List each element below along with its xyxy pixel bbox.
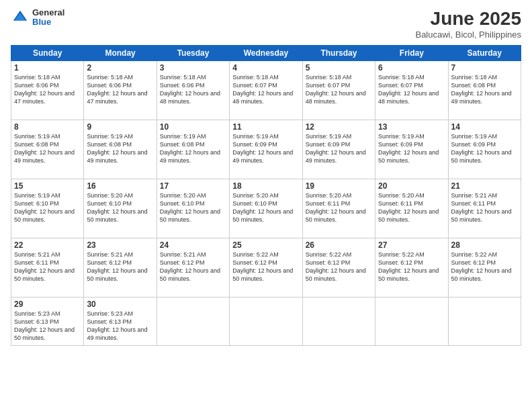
week-4: 22 Sunrise: 5:21 AMSunset: 6:11 PMDaylig… (11, 238, 521, 298)
calendar-title: June 2025 (415, 8, 521, 30)
day-17: 17 Sunrise: 5:20 AMSunset: 6:10 PMDaylig… (157, 179, 229, 238)
day-30: 30 Sunrise: 5:23 AMSunset: 6:13 PMDaylig… (84, 298, 157, 346)
day-11: 11 Sunrise: 5:19 AMSunset: 6:09 PMDaylig… (230, 120, 302, 179)
day-22: 22 Sunrise: 5:21 AMSunset: 6:11 PMDaylig… (11, 238, 84, 298)
logo-icon (11, 8, 30, 27)
calendar-subtitle: Balucawi, Bicol, Philippines (415, 30, 521, 40)
day-3: 3 Sunrise: 5:18 AMSunset: 6:06 PMDayligh… (157, 61, 229, 120)
header-tuesday: Tuesday (157, 46, 229, 61)
day-29: 29 Sunrise: 5:23 AMSunset: 6:13 PMDaylig… (11, 298, 84, 346)
day-18: 18 Sunrise: 5:20 AMSunset: 6:10 PMDaylig… (230, 179, 302, 238)
header-friday: Friday (375, 46, 448, 61)
day-4: 4 Sunrise: 5:18 AMSunset: 6:07 PMDayligh… (230, 61, 302, 120)
header-wednesday: Wednesday (230, 46, 302, 61)
day-23: 23 Sunrise: 5:21 AMSunset: 6:12 PMDaylig… (84, 238, 157, 298)
day-1: 1 Sunrise: 5:18 AMSunset: 6:06 PMDayligh… (11, 61, 84, 120)
day-24: 24 Sunrise: 5:21 AMSunset: 6:12 PMDaylig… (157, 238, 229, 298)
day-25: 25 Sunrise: 5:22 AMSunset: 6:12 PMDaylig… (230, 238, 302, 298)
week-2: 8 Sunrise: 5:19 AMSunset: 6:08 PMDayligh… (11, 120, 521, 179)
day-6: 6 Sunrise: 5:18 AMSunset: 6:07 PMDayligh… (375, 61, 448, 120)
day-5: 5 Sunrise: 5:18 AMSunset: 6:07 PMDayligh… (302, 61, 375, 120)
day-21: 21 Sunrise: 5:21 AMSunset: 6:11 PMDaylig… (448, 179, 521, 238)
day-13: 13 Sunrise: 5:19 AMSunset: 6:09 PMDaylig… (375, 120, 448, 179)
page: General Blue June 2025 Balucawi, Bicol, … (0, 0, 532, 411)
week-1: 1 Sunrise: 5:18 AMSunset: 6:06 PMDayligh… (11, 61, 521, 120)
header-thursday: Thursday (302, 46, 375, 61)
logo-general: General (32, 8, 64, 17)
day-16: 16 Sunrise: 5:20 AMSunset: 6:10 PMDaylig… (84, 179, 157, 238)
empty-3 (302, 298, 375, 346)
day-27: 27 Sunrise: 5:22 AMSunset: 6:12 PMDaylig… (375, 238, 448, 298)
header-saturday: Saturday (448, 46, 521, 61)
empty-5 (448, 298, 521, 346)
weekday-header-row: Sunday Monday Tuesday Wednesday Thursday… (11, 46, 521, 61)
week-5: 29 Sunrise: 5:23 AMSunset: 6:13 PMDaylig… (11, 298, 521, 346)
day-8: 8 Sunrise: 5:19 AMSunset: 6:08 PMDayligh… (11, 120, 84, 179)
logo-blue: Blue (32, 17, 64, 27)
empty-4 (375, 298, 448, 346)
logo-text: General Blue (32, 8, 64, 28)
empty-1 (157, 298, 229, 346)
day-2: 2 Sunrise: 5:18 AMSunset: 6:06 PMDayligh… (84, 61, 157, 120)
header: General Blue June 2025 Balucawi, Bicol, … (11, 8, 521, 40)
header-monday: Monday (84, 46, 157, 61)
title-section: June 2025 Balucawi, Bicol, Philippines (415, 8, 521, 40)
calendar-table: Sunday Monday Tuesday Wednesday Thursday… (11, 45, 521, 346)
day-20: 20 Sunrise: 5:20 AMSunset: 6:11 PMDaylig… (375, 179, 448, 238)
day-12: 12 Sunrise: 5:19 AMSunset: 6:09 PMDaylig… (302, 120, 375, 179)
day-9: 9 Sunrise: 5:19 AMSunset: 6:08 PMDayligh… (84, 120, 157, 179)
empty-2 (230, 298, 302, 346)
day-7: 7 Sunrise: 5:18 AMSunset: 6:08 PMDayligh… (448, 61, 521, 120)
day-14: 14 Sunrise: 5:19 AMSunset: 6:09 PMDaylig… (448, 120, 521, 179)
day-26: 26 Sunrise: 5:22 AMSunset: 6:12 PMDaylig… (302, 238, 375, 298)
header-sunday: Sunday (11, 46, 84, 61)
week-3: 15 Sunrise: 5:19 AMSunset: 6:10 PMDaylig… (11, 179, 521, 238)
day-19: 19 Sunrise: 5:20 AMSunset: 6:11 PMDaylig… (302, 179, 375, 238)
day-15: 15 Sunrise: 5:19 AMSunset: 6:10 PMDaylig… (11, 179, 84, 238)
day-28: 28 Sunrise: 5:22 AMSunset: 6:12 PMDaylig… (448, 238, 521, 298)
logo: General Blue (11, 8, 64, 28)
day-10: 10 Sunrise: 5:19 AMSunset: 6:08 PMDaylig… (157, 120, 229, 179)
